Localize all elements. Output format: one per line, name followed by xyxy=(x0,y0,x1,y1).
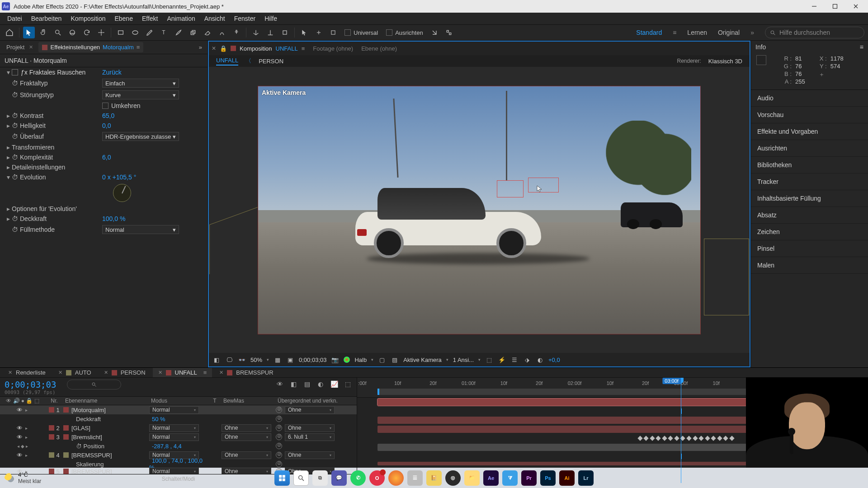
keyframe[interactable] xyxy=(656,436,661,441)
snap-cursor-icon[interactable] xyxy=(298,27,310,38)
panel-tracker[interactable]: Tracker xyxy=(751,174,868,190)
workspace-overflow-icon[interactable]: » xyxy=(750,29,754,36)
universal-checkbox[interactable]: Universal xyxy=(342,29,381,36)
snap-box-icon[interactable] xyxy=(327,27,339,38)
menu-ansicht[interactable]: Ansicht xyxy=(200,14,230,23)
taskbar-obs-icon[interactable]: ◎ xyxy=(445,470,461,486)
effect-header-row[interactable]: ▾ ƒx Fraktales Rauschen Zurück xyxy=(0,67,208,77)
taskbar-ps-icon[interactable]: Ps xyxy=(540,470,556,486)
keyframe[interactable] xyxy=(711,436,716,441)
shy-toggle-icon[interactable]: 👁 xyxy=(275,380,284,389)
menu-animation[interactable]: Animation xyxy=(162,14,199,23)
snapshot-icon[interactable]: 📷 xyxy=(331,356,339,364)
panel-overflow-icon[interactable]: » xyxy=(196,44,205,51)
hand-tool[interactable] xyxy=(38,27,49,38)
flowchart-icon[interactable]: ⬗ xyxy=(523,356,531,364)
snap-edge-icon[interactable] xyxy=(429,27,440,38)
mode-dropdown[interactable]: Normal xyxy=(149,433,199,441)
taskbar-whatsapp-icon[interactable]: ✆ xyxy=(350,470,366,486)
world-axis-button[interactable] xyxy=(264,27,276,38)
mode-dropdown[interactable]: Normal xyxy=(149,406,199,414)
taskbar-ai-icon[interactable]: Ai xyxy=(559,470,575,486)
pickwhip-icon[interactable] xyxy=(276,461,282,467)
effect-reset[interactable]: Zurück xyxy=(102,69,122,76)
tab-auto[interactable]: ✕AUTO xyxy=(53,368,97,377)
prop-stoerungstyp[interactable]: ⏱ Störungstyp Kurve▾ xyxy=(0,89,208,101)
taskbar-app-icon[interactable]: ☰ xyxy=(407,470,423,486)
pixel-aspect-icon[interactable]: ⬚ xyxy=(485,356,493,364)
render-time-icon[interactable]: ⬚ xyxy=(343,380,352,389)
panel-malen[interactable]: Malen xyxy=(751,257,868,274)
home-button[interactable] xyxy=(4,27,15,38)
local-axis-button[interactable] xyxy=(250,27,262,38)
taskbar-search-icon[interactable] xyxy=(293,470,309,486)
weather-widget[interactable]: 4°C Meist klar xyxy=(5,471,41,484)
prop-evolution[interactable]: ▾ ⏱ Evolution 0 x +105,5 ° xyxy=(0,172,208,182)
panel-zeichen[interactable]: Zeichen xyxy=(751,224,868,240)
pickwhip-icon[interactable] xyxy=(276,416,282,422)
panel-absatz[interactable]: Absatz xyxy=(751,207,868,224)
comp-tab-menu[interactable]: ≡ xyxy=(302,45,305,52)
text-tool[interactable]: T xyxy=(158,27,170,38)
parent-dropdown[interactable]: Ohne xyxy=(285,424,335,432)
resolution-dropdown[interactable]: Halb xyxy=(354,357,373,363)
maximize-button[interactable] xyxy=(825,0,845,13)
panel-bibliotheken[interactable]: Bibliotheken xyxy=(751,157,868,174)
tab-bremsspur[interactable]: ✕BREMSSPUR xyxy=(214,368,278,377)
workspace-lernen[interactable]: Lernen xyxy=(687,29,707,36)
comp-tab-close[interactable]: ✕ xyxy=(212,45,216,52)
transparency-grid-icon[interactable]: ▨ xyxy=(391,356,399,364)
graph-editor-icon[interactable]: 📈 xyxy=(330,380,339,389)
trkmat-dropdown[interactable]: Ohne xyxy=(222,424,271,432)
mode-dropdown[interactable]: Normal xyxy=(149,424,199,432)
keyframe[interactable] xyxy=(693,436,698,441)
pickwhip-icon[interactable] xyxy=(276,443,282,449)
pickwhip-icon[interactable] xyxy=(276,425,282,431)
fuellmethode-dropdown[interactable]: Normal▾ xyxy=(102,225,179,234)
ellipse-tool[interactable] xyxy=(129,27,141,38)
prop-fraktaltyp[interactable]: ⏱ Fraktaltyp Einfach▾ xyxy=(0,77,208,89)
layer-row[interactable]: 👁 ▸ 1 [Motorqualm] Normal Ohne xyxy=(0,405,357,414)
panel-vorschau[interactable]: Vorschau xyxy=(751,107,868,123)
view-axis-button[interactable] xyxy=(279,27,291,38)
workspace-standard[interactable]: Standard xyxy=(636,29,662,36)
menu-effekt[interactable]: Effekt xyxy=(137,14,163,23)
keyframe[interactable] xyxy=(643,436,648,441)
taskbar-opera-icon[interactable]: O1 xyxy=(369,470,385,486)
parent-dropdown[interactable]: 6. Null 1 xyxy=(285,433,335,441)
taskbar-taskview-icon[interactable]: ⧉ xyxy=(312,470,328,486)
switches-modes-toggle[interactable]: Schalter/Modi xyxy=(162,476,195,482)
camera-dropdown[interactable]: Aktive Kamera xyxy=(403,357,448,363)
keyframe[interactable] xyxy=(729,436,734,441)
workspace-menu-icon[interactable]: ≡ xyxy=(673,29,676,36)
tab-project[interactable]: Projekt✕ xyxy=(3,42,37,52)
comp-button-icon[interactable]: ◧ xyxy=(289,380,298,389)
puppet-tool[interactable] xyxy=(231,27,242,38)
eraser-tool[interactable] xyxy=(202,27,213,38)
taskbar-firefox-icon[interactable] xyxy=(388,470,404,486)
magnification-dropdown[interactable]: 50% xyxy=(250,357,269,363)
monitor-icon[interactable]: 🖵 xyxy=(225,356,233,364)
safe-zones-icon[interactable]: ▣ xyxy=(286,356,294,364)
orbit-tool[interactable] xyxy=(66,27,78,38)
property-row[interactable]: Deckkraft 50 % xyxy=(0,414,357,423)
roto-tool[interactable] xyxy=(216,27,228,38)
guides-icon[interactable]: ▦ xyxy=(274,356,282,364)
selection-tool[interactable] xyxy=(23,27,35,38)
trkmat-dropdown[interactable]: Ohne xyxy=(222,451,271,459)
prop-deckkraft[interactable]: ▸ ⏱ Deckkraft 100,0 % xyxy=(0,214,208,224)
taskbar-pr-icon[interactable]: Pr xyxy=(521,470,537,486)
frame-blend-icon[interactable]: ▤ xyxy=(302,380,311,389)
rect-tool[interactable] xyxy=(115,27,127,38)
snap-add-icon[interactable] xyxy=(313,27,325,38)
alpha-toggle-icon[interactable]: ◧ xyxy=(212,356,221,364)
ausrichten-checkbox[interactable]: Ausrichten xyxy=(383,29,425,36)
rotate-tool[interactable] xyxy=(81,27,93,38)
menu-komposition[interactable]: Komposition xyxy=(66,14,110,23)
taskbar-explorer-icon[interactable]: 📁 xyxy=(464,470,480,486)
keyframe[interactable] xyxy=(705,436,710,441)
keyframe[interactable] xyxy=(717,436,722,441)
keyframe[interactable] xyxy=(723,436,728,441)
prop-kontrast[interactable]: ▸ ⏱ Kontrast 65,0 xyxy=(0,111,208,121)
keyframe[interactable] xyxy=(650,436,655,441)
